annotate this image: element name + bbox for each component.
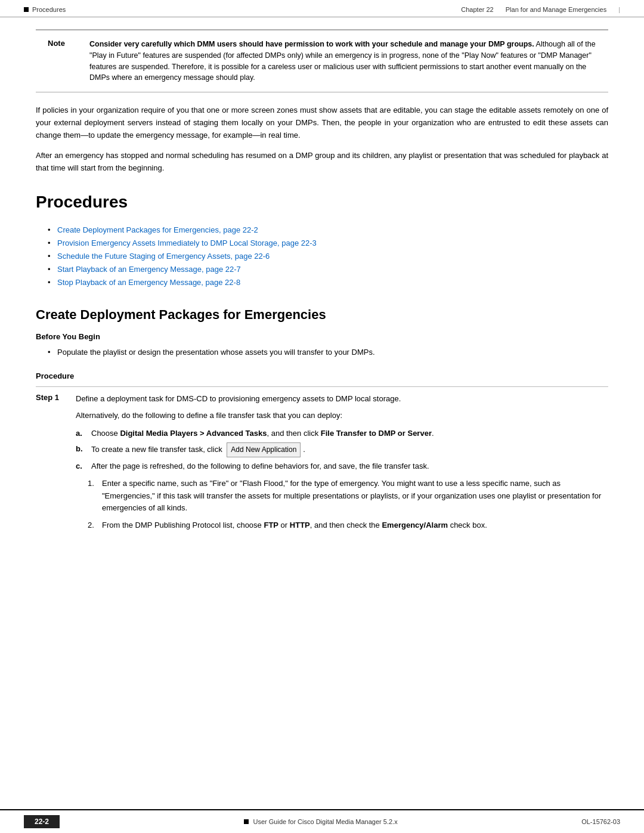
main-content: Note Consider very carefully which DMM u… [0, 17, 644, 809]
alpha-step-b: b. To create a new file transfer task, c… [76, 442, 608, 457]
chapter-label: Chapter 22 [461, 6, 493, 13]
alpha-b-suffix: . [303, 445, 305, 454]
step-1-content: Define a deployment task for DMS-CD to p… [76, 393, 608, 537]
bold-digital-media: Digital Media Players > Advanced Tasks [120, 429, 267, 438]
header-chapter-title: Plan for and Manage Emergencies [506, 6, 606, 13]
step-1-alt: Alternatively, do the following to defin… [76, 410, 608, 422]
note-bold-text: Consider very carefully which DMM users … [89, 40, 534, 48]
num2-bold3: Emergency/Alarm [382, 521, 448, 529]
num-content-1: Enter a specific name, such as "Fire" or… [102, 478, 608, 515]
step-1-text: Define a deployment task for DMS-CD to p… [76, 393, 608, 405]
add-new-application-button[interactable]: Add New Application [227, 442, 301, 457]
footer-center-text: User Guide for Cisco Digital Media Manag… [253, 818, 398, 825]
list-item[interactable]: Start Playback of an Emergency Message, … [48, 263, 608, 276]
link-provision-emergency[interactable]: Provision Emergency Assets Immediately t… [57, 239, 317, 247]
header-pipe: | [618, 6, 620, 13]
header-marker [24, 7, 29, 12]
bold-file-transfer: File Transfer to DMP or Server [321, 429, 432, 438]
alpha-b-text: To create a new file transfer task, clic… [91, 445, 222, 454]
note-box: Note Consider very carefully which DMM u… [36, 29, 608, 92]
numbered-steps-list: 1. Enter a specific name, such as "Fire"… [88, 478, 608, 532]
alpha-content-a: Choose Digital Media Players > Advanced … [91, 427, 608, 440]
footer-page-number: 22-2 [24, 815, 60, 828]
header-section-label: Procedures [32, 6, 66, 13]
page-footer: 22-2 User Guide for Cisco Digital Media … [0, 809, 644, 833]
link-stop-playback[interactable]: Stop Playback of an Emergency Message, p… [57, 278, 240, 287]
alpha-step-c: c. After the page is refreshed, do the f… [76, 460, 608, 473]
alpha-steps-list: a. Choose Digital Media Players > Advanc… [76, 427, 608, 473]
link-create-deployment[interactable]: Create Deployment Packages for Emergenci… [57, 225, 258, 234]
procedures-heading: Procedures [36, 193, 608, 212]
header-right: Chapter 22 Plan for and Manage Emergenci… [461, 6, 620, 13]
num2-bold2: HTTP [290, 521, 310, 529]
procedure-label: Procedure [36, 371, 608, 380]
note-label: Note [48, 39, 72, 83]
header-left: Procedures [24, 6, 66, 13]
numbered-step-1: 1. Enter a specific name, such as "Fire"… [88, 478, 608, 515]
alpha-step-a: a. Choose Digital Media Players > Advanc… [76, 427, 608, 440]
page-header: Procedures Chapter 22 Plan for and Manag… [0, 0, 644, 17]
before-you-begin-label: Before You Begin [36, 332, 608, 341]
num-content-2: From the DMP Publishing Protocol list, c… [102, 519, 608, 532]
num2-mid2: , and then check the [310, 521, 382, 529]
before-you-begin-list: Populate the playlist or design the pres… [48, 346, 608, 359]
create-section-heading: Create Deployment Packages for Emergenci… [36, 307, 608, 323]
num2-text-before: From the DMP Publishing Protocol list, c… [102, 521, 264, 529]
alpha-label-b: b. [76, 442, 85, 457]
footer-marker [244, 819, 249, 824]
list-item[interactable]: Provision Emergency Assets Immediately t… [48, 237, 608, 250]
step-1-container: Step 1 Define a deployment task for DMS-… [36, 393, 608, 537]
num-label-1: 1. [88, 478, 97, 515]
footer-right-text: OL-15762-03 [581, 818, 620, 825]
num2-end: check box. [448, 521, 487, 529]
num2-mid1: or [278, 521, 290, 529]
before-you-begin-item: Populate the playlist or design the pres… [48, 346, 608, 359]
num2-bold1: FTP [264, 521, 278, 529]
alpha-label-c: c. [76, 460, 85, 473]
step-1-label: Step 1 [36, 393, 69, 402]
list-item[interactable]: Create Deployment Packages for Emergenci… [48, 224, 608, 237]
procedure-divider [36, 386, 608, 387]
list-item[interactable]: Schedule the Future Staging of Emergency… [48, 250, 608, 263]
numbered-step-2: 2. From the DMP Publishing Protocol list… [88, 519, 608, 532]
page-container: Procedures Chapter 22 Plan for and Manag… [0, 0, 644, 833]
body-para-1: If policies in your organization require… [36, 104, 608, 141]
body-para-2: After an emergency has stopped and norma… [36, 150, 608, 175]
footer-center: User Guide for Cisco Digital Media Manag… [244, 818, 398, 825]
alpha-content-c: After the page is refreshed, do the foll… [91, 460, 608, 473]
alpha-content-b: To create a new file transfer task, clic… [91, 442, 608, 457]
num-label-2: 2. [88, 519, 97, 532]
procedures-list: Create Deployment Packages for Emergenci… [48, 224, 608, 289]
alpha-label-a: a. [76, 427, 85, 440]
list-item[interactable]: Stop Playback of an Emergency Message, p… [48, 276, 608, 289]
note-text: Consider very carefully which DMM users … [89, 39, 596, 83]
link-schedule-future[interactable]: Schedule the Future Staging of Emergency… [57, 252, 270, 261]
link-start-playback[interactable]: Start Playback of an Emergency Message, … [57, 265, 241, 274]
